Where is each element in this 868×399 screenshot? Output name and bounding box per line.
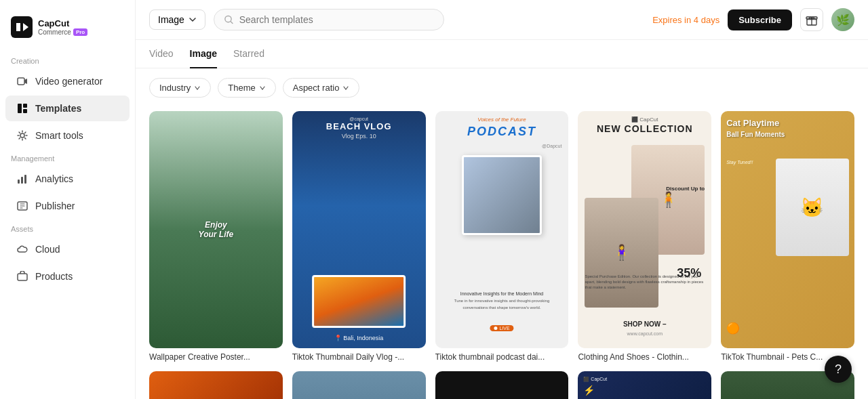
svg-rect-10 [18, 274, 27, 280]
chevron-down-icon [342, 85, 349, 91]
svg-rect-4 [23, 109, 27, 113]
pro-badge: Pro [73, 28, 87, 36]
sidebar-item-products[interactable]: Products [5, 264, 130, 289]
svg-point-5 [20, 133, 24, 138]
sidebar-item-cloud[interactable]: Cloud [5, 236, 130, 262]
analytics-label: Analytics [35, 173, 73, 184]
main-content: Image Expires in 4 days Subscribe 🌿 [136, 0, 868, 399]
sidebar-item-analytics[interactable]: Analytics [5, 166, 130, 192]
logo: CapCut Commerce Pro [0, 11, 135, 51]
svg-rect-2 [18, 104, 22, 113]
filter-aspect-ratio[interactable]: Aspect ratio [283, 78, 360, 98]
filter-aspect-ratio-label: Aspect ratio [293, 83, 340, 93]
type-select[interactable]: Image [149, 9, 205, 30]
help-button[interactable]: ? [825, 356, 852, 383]
chevron-down-icon [259, 85, 266, 91]
svg-rect-6 [18, 180, 20, 184]
gift-button[interactable] [800, 8, 823, 31]
templates-icon [16, 102, 28, 114]
sidebar-item-video-generator[interactable]: Video generator [5, 68, 130, 94]
sidebar-item-templates[interactable]: Templates [5, 96, 130, 121]
template-card-3[interactable]: Voices of the Future PODCAST @Dapcut Inn… [435, 111, 569, 362]
type-select-value: Image [158, 14, 184, 25]
products-label: Products [35, 271, 73, 282]
expires-text: Expires in 4 days [652, 15, 719, 25]
avatar[interactable]: 🌿 [831, 8, 854, 31]
templates-label: Templates [35, 103, 81, 114]
tab-starred[interactable]: Starred [233, 40, 264, 68]
video-generator-label: Video generator [35, 76, 102, 87]
help-icon: ? [835, 362, 842, 377]
analytics-icon [16, 173, 28, 185]
tabs: Video Image Starred [136, 40, 868, 68]
svg-rect-7 [21, 177, 23, 184]
template-grid-area: EnjoyYour Life Wallpaper Creative Poster… [136, 104, 868, 399]
smart-tools-label: Smart tools [35, 130, 83, 141]
filter-industry[interactable]: Industry [149, 78, 211, 98]
template-label-2: Tiktok Thumbnail Daily Vlog -... [292, 352, 426, 362]
template-grid: EnjoyYour Life Wallpaper Creative Poster… [149, 111, 854, 399]
template-card-2[interactable]: @capcut BEACH VLOG Vlog Eps. 10 📍Bali, I… [292, 111, 426, 362]
assets-section-label: Assets [0, 219, 135, 236]
smart-tools-icon [16, 129, 28, 142]
header: Image Expires in 4 days Subscribe 🌿 [136, 0, 868, 40]
logo-main-text: CapCut [38, 18, 87, 28]
capcut-logo-icon [11, 16, 33, 38]
template-card-7[interactable] [292, 371, 426, 399]
subscribe-button[interactable]: Subscribe [728, 9, 792, 30]
template-label-3: Tiktok thumbnail podcast dai... [435, 352, 569, 362]
filter-industry-label: Industry [159, 83, 191, 93]
filter-theme-label: Theme [228, 83, 255, 93]
chevron-down-icon [189, 16, 197, 24]
template-label-1: Wallpaper Creative Poster... [149, 352, 283, 362]
filters: Industry Theme Aspect ratio [136, 68, 868, 104]
tab-video[interactable]: Video [149, 40, 174, 68]
management-section-label: Management [0, 149, 135, 165]
tab-image[interactable]: Image [190, 40, 217, 68]
template-card-9[interactable]: ⬛ CapCut ⚡ [578, 371, 711, 399]
publisher-icon [16, 200, 28, 212]
header-right: Expires in 4 days Subscribe 🌿 [652, 8, 854, 31]
gift-icon [806, 14, 818, 26]
sidebar-item-smart-tools[interactable]: Smart tools [5, 123, 130, 148]
creation-section-label: Creation [0, 51, 135, 68]
video-generator-icon [16, 75, 28, 87]
svg-rect-3 [23, 104, 27, 108]
template-card-5[interactable]: Cat PlaytimeBall Fun Moments Stay Tuned!… [721, 111, 854, 362]
chevron-down-icon [194, 85, 201, 91]
template-card-4[interactable]: ⬛ CapCut NEW COLLECTION 🧍 🧍‍♀️ Discount … [578, 111, 711, 362]
svg-rect-1 [18, 78, 24, 85]
template-card-8[interactable]: everything... everything... [435, 371, 569, 399]
sidebar: CapCut Commerce Pro Creation Video gener… [0, 0, 136, 399]
sidebar-item-publisher[interactable]: Publisher [5, 193, 130, 219]
cloud-icon [16, 243, 28, 255]
svg-rect-8 [24, 175, 26, 184]
search-icon [224, 14, 234, 25]
search-bar [214, 9, 444, 30]
svg-rect-0 [11, 16, 33, 38]
products-icon [16, 270, 28, 282]
search-input[interactable] [239, 14, 434, 25]
cloud-label: Cloud [35, 244, 60, 255]
template-card-1[interactable]: EnjoyYour Life Wallpaper Creative Poster… [149, 111, 283, 362]
filter-theme[interactable]: Theme [218, 78, 275, 98]
template-label-4: Clothing And Shoes - Clothin... [578, 352, 711, 362]
publisher-label: Publisher [35, 201, 75, 211]
template-card-6[interactable]: CAT NAPS Cat Naps [149, 371, 283, 399]
logo-sub-text: Commerce Pro [38, 28, 87, 36]
